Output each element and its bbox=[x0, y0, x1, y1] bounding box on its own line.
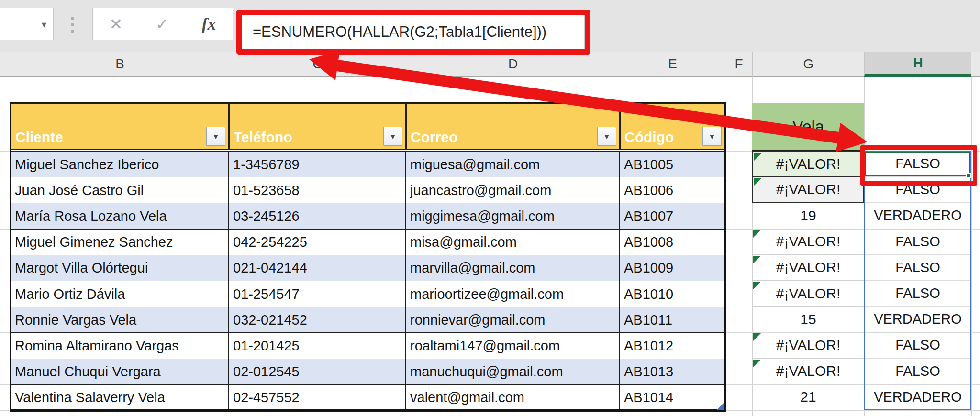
cell-D3[interactable]: juancastro@gmail.com bbox=[406, 177, 620, 204]
cell-B10[interactable]: Manuel Chuqui Vergara bbox=[11, 359, 229, 385]
cell-C11[interactable]: 02-457552 bbox=[229, 384, 406, 411]
cell-D2[interactable]: miguesa@gmail.com bbox=[406, 151, 620, 178]
cell-text: Miguel Sanchez Iberico bbox=[11, 157, 159, 173]
cell-G6[interactable]: #¡VALOR! bbox=[752, 255, 864, 281]
error-triangle-icon bbox=[754, 178, 762, 186]
cell-H4[interactable]: VERDADERO bbox=[864, 203, 971, 229]
cell-text: misa@gmail.com bbox=[406, 234, 517, 250]
cell-E4[interactable]: AB1007 bbox=[620, 203, 725, 230]
cell-text: miggimesa@gmail.com bbox=[406, 208, 555, 224]
cell-G8[interactable]: 15 bbox=[752, 307, 864, 332]
cell-E2[interactable]: AB1005 bbox=[620, 151, 725, 178]
cell-H5[interactable]: FALSO bbox=[864, 229, 971, 255]
cell-D7[interactable]: marioortizee@gmail.com bbox=[406, 281, 620, 307]
cell-C8[interactable]: 032-021452 bbox=[229, 307, 406, 333]
table-header-label: Código bbox=[621, 129, 674, 149]
cell-E5[interactable]: AB1008 bbox=[620, 229, 725, 256]
cell-C6[interactable]: 021-042144 bbox=[229, 255, 406, 282]
column-header-C[interactable]: C bbox=[229, 52, 406, 77]
name-box[interactable]: ▾ bbox=[0, 8, 54, 40]
error-triangle-icon bbox=[753, 256, 761, 263]
column-header-E[interactable]: E bbox=[620, 52, 725, 77]
cell-B6[interactable]: Margot Villa Olórtegui bbox=[11, 255, 229, 282]
cell-G10[interactable]: #¡VALOR! bbox=[752, 359, 864, 384]
cell-B11[interactable]: Valentina Salaverry Vela bbox=[11, 384, 229, 411]
cell-G3[interactable]: #¡VALOR! bbox=[752, 177, 864, 203]
cancel-icon[interactable]: ✕ bbox=[109, 16, 122, 32]
name-box-dropdown-icon[interactable]: ▾ bbox=[42, 19, 46, 30]
column-header-F[interactable]: F bbox=[725, 52, 752, 77]
cell-C2[interactable]: 1-3456789 bbox=[229, 151, 406, 178]
filter-button-B[interactable]: ▼ bbox=[206, 127, 225, 146]
cell-B2[interactable]: Miguel Sanchez Iberico bbox=[11, 151, 229, 178]
cell-E11[interactable]: AB1014 bbox=[620, 384, 725, 411]
error-triangle-icon bbox=[753, 230, 761, 238]
cell-text: 032-021452 bbox=[229, 312, 307, 328]
table-header-codigo[interactable]: Código▼ bbox=[620, 103, 725, 150]
table-header-correo[interactable]: Correo▼ bbox=[406, 103, 620, 150]
enter-icon[interactable]: ✓ bbox=[156, 16, 169, 32]
cell-B9[interactable]: Romina Altamirano Vargas bbox=[11, 332, 229, 359]
cell-E9[interactable]: AB1012 bbox=[620, 332, 725, 359]
cell-H11[interactable]: VERDADERO bbox=[864, 384, 971, 410]
insert-function-icon[interactable]: fx bbox=[202, 14, 216, 34]
filter-button-C[interactable]: ▼ bbox=[383, 127, 402, 146]
cell-B3[interactable]: Juan José Castro Gil bbox=[11, 177, 229, 204]
cell-D11[interactable]: valent@gmail.com bbox=[406, 384, 620, 411]
filter-button-D[interactable]: ▼ bbox=[597, 127, 616, 146]
cell-D4[interactable]: miggimesa@gmail.com bbox=[406, 203, 620, 230]
cell-B8[interactable]: Ronnie Vargas Vela bbox=[11, 307, 229, 333]
cell-G4[interactable]: 19 bbox=[752, 203, 864, 229]
cell-E8[interactable]: AB1011 bbox=[620, 307, 725, 333]
cell-H2[interactable]: FALSO bbox=[864, 151, 971, 177]
cell-E7[interactable]: AB1010 bbox=[620, 281, 725, 307]
cell-text: Mario Ortiz Dávila bbox=[11, 286, 125, 302]
fill-handle[interactable] bbox=[966, 173, 971, 178]
cell-G2[interactable]: #¡VALOR! bbox=[752, 151, 864, 177]
column-header-B[interactable]: B bbox=[11, 52, 229, 77]
cell-C3[interactable]: 01-523658 bbox=[229, 177, 406, 204]
cell-D6[interactable]: marvilla@gmail.com bbox=[406, 255, 620, 282]
cell-G11[interactable]: 21 bbox=[752, 384, 864, 410]
cell-H3[interactable]: FALSO bbox=[864, 177, 971, 203]
cell-E10[interactable]: AB1013 bbox=[620, 359, 725, 385]
table-resize-handle[interactable] bbox=[717, 403, 724, 410]
cell-C5[interactable]: 042-254225 bbox=[229, 229, 406, 256]
cell-H10[interactable]: FALSO bbox=[864, 359, 971, 384]
table-header-cliente[interactable]: Cliente▼ bbox=[11, 103, 229, 150]
cell-C7[interactable]: 01-254547 bbox=[229, 281, 406, 307]
cell-G5[interactable]: #¡VALOR! bbox=[752, 229, 864, 255]
cell-text: 03-245126 bbox=[229, 208, 300, 224]
cell-C10[interactable]: 02-012545 bbox=[229, 359, 406, 385]
column-header-D[interactable]: D bbox=[406, 52, 620, 77]
cell-H8[interactable]: VERDADERO bbox=[864, 307, 971, 332]
cell-H6[interactable]: FALSO bbox=[864, 255, 971, 281]
cell-text: AB1005 bbox=[620, 157, 673, 173]
cell-D10[interactable]: manuchuqui@gmail.com bbox=[406, 359, 620, 385]
table-header-telefono[interactable]: Teléfono▼ bbox=[229, 103, 406, 150]
cell-B5[interactable]: Miguel Gimenez Sanchez bbox=[11, 229, 229, 256]
cell-B7[interactable]: Mario Ortiz Dávila bbox=[11, 281, 229, 307]
cell-E3[interactable]: AB1006 bbox=[620, 177, 725, 204]
cell-E6[interactable]: AB1009 bbox=[620, 255, 725, 282]
column-header-G[interactable]: G bbox=[752, 52, 864, 77]
cell-G9[interactable]: #¡VALOR! bbox=[752, 332, 864, 358]
cell-text: roaltami147@gmail.com bbox=[406, 338, 560, 354]
cell-D8[interactable]: ronnievar@gmail.com bbox=[406, 307, 620, 333]
cell-H7[interactable]: FALSO bbox=[864, 281, 971, 307]
cell-G1-vela-header[interactable]: Vela bbox=[752, 103, 864, 151]
cell-D9[interactable]: roaltami147@gmail.com bbox=[406, 332, 620, 359]
cell-D5[interactable]: misa@gmail.com bbox=[406, 229, 620, 256]
vela-label: Vela bbox=[792, 117, 824, 136]
filter-button-E[interactable]: ▼ bbox=[702, 127, 722, 146]
cell-C4[interactable]: 03-245126 bbox=[229, 203, 406, 230]
cell-C9[interactable]: 01-201425 bbox=[229, 332, 406, 359]
column-header-H[interactable]: H bbox=[864, 52, 971, 77]
cell-H9[interactable]: FALSO bbox=[864, 332, 971, 358]
cell-text: Romina Altamirano Vargas bbox=[11, 338, 179, 354]
cell-text: marioortizee@gmail.com bbox=[406, 286, 564, 302]
cell-text: AB1010 bbox=[620, 286, 673, 302]
filter-caret-icon: ▼ bbox=[603, 133, 611, 140]
cell-G7[interactable]: #¡VALOR! bbox=[752, 281, 864, 307]
cell-B4[interactable]: María Rosa Lozano Vela bbox=[11, 203, 229, 230]
